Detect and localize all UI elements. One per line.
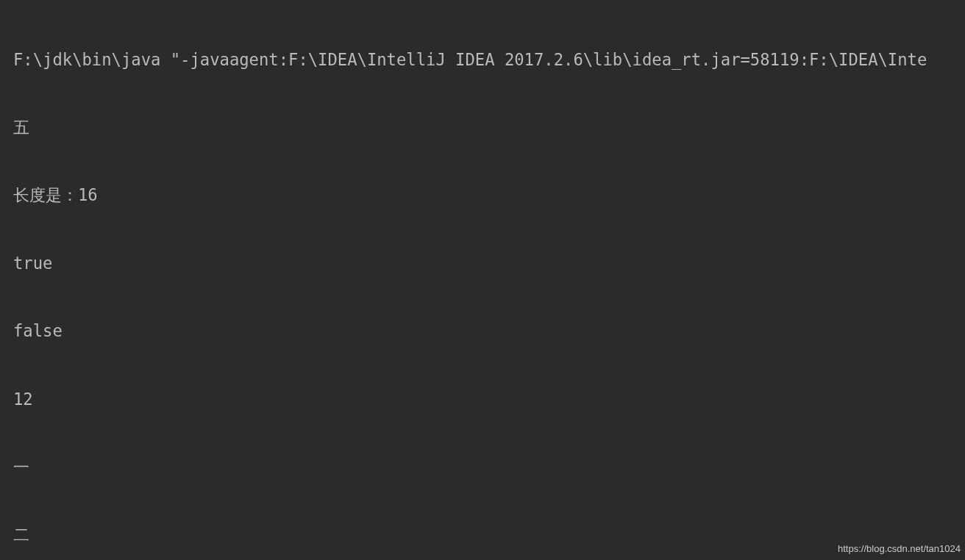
console-output-panel[interactable]: F:\jdk\bin\java "-javaagent:F:\IDEA\Inte… bbox=[0, 0, 965, 560]
console-line: 长度是：16 bbox=[13, 184, 965, 207]
console-line: 五 bbox=[13, 116, 965, 139]
console-line: true bbox=[13, 252, 965, 275]
console-line: 12 bbox=[13, 388, 965, 411]
console-line: 一 bbox=[13, 456, 965, 478]
csdn-watermark: https://blog.csdn.net/tan1024 bbox=[838, 544, 961, 554]
console-line-command: F:\jdk\bin\java "-javaagent:F:\IDEA\Inte… bbox=[13, 49, 965, 71]
console-line: 二 bbox=[13, 523, 965, 546]
console-line: false bbox=[13, 320, 965, 342]
